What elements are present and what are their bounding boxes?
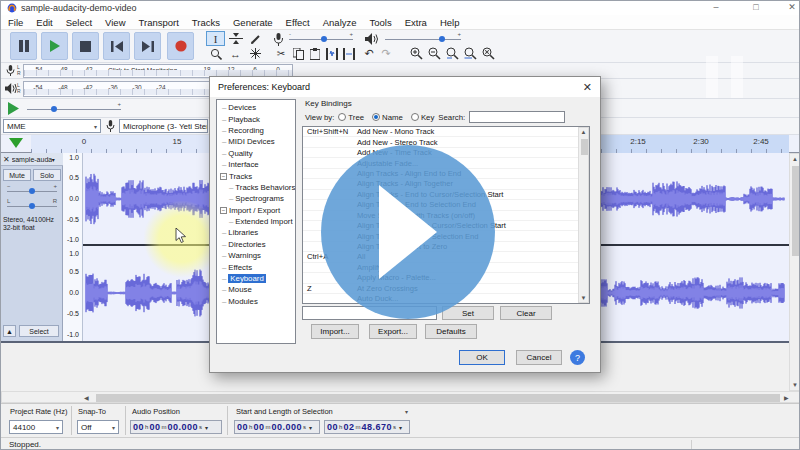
tree-collapse-icon[interactable]: −	[220, 207, 227, 214]
multi-tool-button[interactable]	[246, 46, 265, 61]
tree-item-interface[interactable]: –Interface	[219, 159, 295, 170]
playback-volume-slider[interactable]: +	[385, 39, 461, 40]
video-play-overlay[interactable]	[321, 145, 495, 319]
pan-thumb[interactable]	[29, 203, 35, 209]
menu-item-help[interactable]: Help	[440, 17, 460, 28]
playback-volume-thumb[interactable]	[439, 36, 445, 42]
scroll-down-icon[interactable]: ▼	[790, 382, 800, 388]
solo-button[interactable]: Solo	[33, 169, 61, 181]
tree-item-extended-import[interactable]: –Extended Import	[219, 216, 295, 227]
gain-slider[interactable]: −+	[7, 191, 57, 192]
timeline-options-icon[interactable]	[9, 138, 23, 148]
time-field-chevron-icon[interactable]: ▾	[399, 424, 402, 431]
tree-item-midi-devices[interactable]: –MIDI Devices	[219, 136, 295, 147]
view-by-radio-name[interactable]: Name	[372, 113, 403, 122]
view-by-radio-key[interactable]: Key	[411, 113, 434, 122]
view-by-radio-tree[interactable]: Tree	[338, 113, 364, 122]
scroll-up-icon[interactable]: ▲	[790, 156, 800, 162]
stop-button[interactable]	[72, 32, 99, 60]
tree-item-spectrograms[interactable]: –Spectrograms	[219, 193, 295, 204]
tree-item-devices[interactable]: –Devices	[219, 102, 295, 113]
vertical-scale[interactable]: 1.00.50.0-0.5-1.01.00.50.0-0.5-1.0	[63, 153, 83, 341]
help-button[interactable]: ?	[570, 350, 585, 365]
silence-audio-button[interactable]	[341, 46, 357, 61]
tree-collapse-icon[interactable]: −	[220, 173, 227, 180]
play-speed-thumb[interactable]	[51, 106, 57, 112]
scroll-down-icon[interactable]: ▼	[579, 295, 588, 301]
binding-row[interactable]: Add New - Stereo Track	[303, 137, 589, 147]
project-rate-select[interactable]: 44100▾	[9, 420, 63, 434]
tree-item-directories[interactable]: –Directories	[219, 239, 295, 250]
audio-host-select[interactable]: MME▾	[3, 119, 101, 133]
track-menu-chevron-icon[interactable]: ▾	[52, 156, 55, 163]
fit-selection-button[interactable]	[444, 46, 461, 61]
defaults-button[interactable]: Defaults	[425, 324, 477, 339]
menu-item-generate[interactable]: Generate	[233, 17, 273, 28]
zoom-out-button[interactable]	[426, 46, 443, 61]
record-button[interactable]	[167, 32, 194, 60]
scroll-up-icon[interactable]: ▲	[579, 129, 588, 135]
search-input[interactable]	[469, 111, 565, 123]
collapse-track-button[interactable]: ▲	[3, 325, 16, 337]
tree-item-quality[interactable]: –Quality	[219, 148, 295, 159]
selection-start-field[interactable]: 00h00m00.000s▾	[234, 420, 320, 434]
selection-mode-chevron-icon[interactable]: ▾	[405, 408, 408, 415]
close-button-icon[interactable]: ✕	[785, 2, 799, 12]
ok-button[interactable]: OK	[459, 350, 505, 365]
menu-item-edit[interactable]: Edit	[36, 17, 52, 28]
draw-tool-button[interactable]	[246, 31, 265, 46]
tree-item-playback[interactable]: –Playback	[219, 113, 295, 124]
import-button[interactable]: Import...	[311, 324, 359, 339]
tree-item-libraries[interactable]: –Libraries	[219, 227, 295, 238]
audio-position-field[interactable]: 00h00m00.000s▾	[130, 420, 222, 434]
tree-item-modules[interactable]: –Modules	[219, 296, 295, 307]
skip-to-start-button[interactable]	[103, 32, 130, 60]
minimize-button-icon[interactable]: –	[709, 2, 723, 12]
tree-item-effects[interactable]: –Effects	[219, 261, 295, 272]
tree-item-recording[interactable]: –Recording	[219, 125, 295, 136]
gain-thumb[interactable]	[29, 188, 35, 194]
track-select-button[interactable]: Select	[19, 325, 59, 337]
track-name[interactable]: sample-auda	[12, 156, 52, 163]
menu-item-analyze[interactable]: Analyze	[323, 17, 357, 28]
recording-volume-thumb[interactable]	[321, 36, 327, 42]
menu-item-transport[interactable]: Transport	[139, 17, 179, 28]
undo-button[interactable]: ↶	[361, 46, 377, 61]
redo-button[interactable]: ↷	[378, 46, 394, 61]
fit-project-button[interactable]	[462, 46, 479, 61]
bindings-scroll-thumb[interactable]	[581, 139, 588, 155]
skip-to-end-button[interactable]	[134, 32, 161, 60]
clear-button[interactable]: Clear	[500, 306, 552, 320]
menu-item-tools[interactable]: Tools	[370, 17, 392, 28]
play-speed-slider[interactable]: +	[27, 109, 121, 110]
recording-volume-slider[interactable]: -+	[289, 39, 353, 40]
tree-item-tracks[interactable]: −Tracks	[219, 170, 295, 181]
play-at-speed-icon[interactable]	[7, 102, 20, 115]
horizontal-scroll-thumb[interactable]	[96, 394, 780, 402]
menu-item-select[interactable]: Select	[66, 17, 92, 28]
menu-item-tracks[interactable]: Tracks	[192, 17, 220, 28]
horizontal-scrollbar[interactable]: ◀ ▶	[1, 391, 800, 403]
vertical-scrollbar[interactable]: ▲ ▼	[789, 153, 800, 391]
trim-audio-button[interactable]	[324, 46, 340, 61]
play-button[interactable]	[41, 32, 68, 60]
maximize-button-icon[interactable]: □	[749, 2, 763, 12]
pan-slider[interactable]: LR	[7, 206, 57, 207]
dialog-close-icon[interactable]: ✕	[583, 81, 592, 94]
dialog-title-bar[interactable]: Preferences: Keyboard ✕	[210, 77, 600, 97]
vertical-scroll-thumb[interactable]	[792, 166, 800, 256]
menu-item-extra[interactable]: Extra	[405, 17, 427, 28]
bindings-scrollbar[interactable]: ▲ ▼	[578, 127, 589, 303]
ruler-right-segment[interactable]: 2:152:302:45	[601, 135, 789, 153]
cancel-button[interactable]: Cancel	[516, 350, 562, 365]
cut-button[interactable]: ✂	[273, 46, 289, 61]
recording-device-select[interactable]: Microphone (3- Yeti Stere	[119, 119, 208, 133]
mute-button[interactable]: Mute	[3, 169, 31, 181]
binding-row[interactable]: Ctrl+Shift+NAdd New - Mono Track	[303, 127, 589, 137]
time-field-chevron-icon[interactable]: ▾	[309, 424, 312, 431]
menu-item-view[interactable]: View	[105, 17, 125, 28]
tree-item-warnings[interactable]: –Warnings	[219, 250, 295, 261]
menu-item-file[interactable]: File	[8, 17, 23, 28]
copy-button[interactable]	[290, 46, 306, 61]
scroll-left-icon[interactable]: ◀	[84, 394, 89, 401]
